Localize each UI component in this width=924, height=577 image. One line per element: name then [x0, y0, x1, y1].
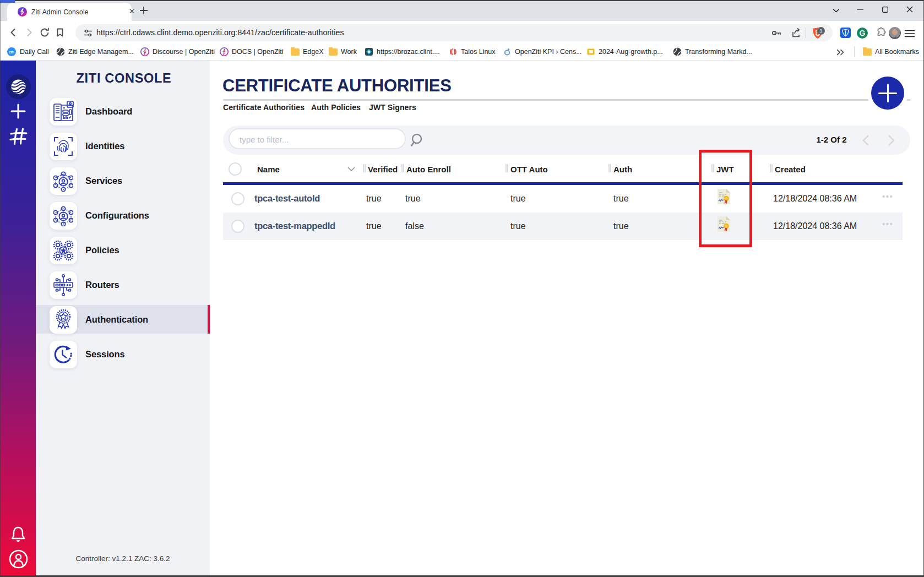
svg-text:zm: zm	[9, 50, 14, 54]
